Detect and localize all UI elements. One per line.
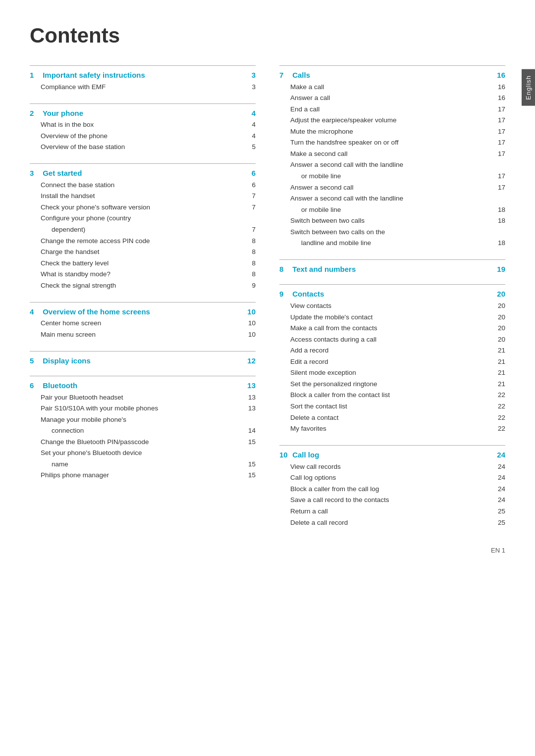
- toc-item: Return a call25: [279, 505, 505, 517]
- section-number-9: 9: [279, 290, 290, 298]
- toc-item: Overview of the phone4: [30, 130, 256, 142]
- toc-section-8: 8 Text and numbers19: [279, 259, 505, 273]
- toc-item-page: 20: [493, 313, 505, 321]
- toc-item-text: Make a call from the contacts: [290, 323, 493, 333]
- section-header-10: 10 Call log24: [279, 445, 505, 459]
- toc-item: Update the mobile's contact20: [279, 311, 505, 323]
- toc-item-text: Configure your phone (country: [41, 213, 244, 223]
- toc-item: What is standby mode?8: [30, 269, 256, 280]
- toc-item-text: name: [52, 459, 244, 469]
- toc-item: End a call17: [279, 103, 505, 115]
- toc-item-text: Turn the handsfree speaker on or off: [290, 138, 493, 148]
- toc-item: Answer a second call17: [279, 182, 505, 193]
- toc-item-page: 17: [493, 128, 505, 135]
- toc-item-page: 8: [244, 259, 256, 267]
- toc-left-column: 1 Important safety instructions3Complian…: [30, 65, 256, 539]
- toc-item-page: 13: [244, 404, 256, 412]
- toc-item-page: 17: [493, 116, 505, 124]
- toc-item-page: 13: [244, 394, 256, 401]
- section-number-8: 8: [279, 265, 290, 273]
- toc-item: Edit a record21: [279, 356, 505, 367]
- toc-item-text: Switch between two calls: [290, 216, 493, 226]
- toc-item-page: 7: [244, 192, 256, 200]
- toc-item-text: View contacts: [290, 301, 493, 311]
- section-page-6: 13: [244, 381, 256, 390]
- section-header-3: 3 Get started6: [30, 163, 256, 177]
- toc-item-text: Check your phone's software version: [41, 202, 244, 212]
- toc-item-page: 17: [493, 172, 505, 180]
- toc-item-text: Call log options: [290, 473, 493, 483]
- side-tab: English: [522, 69, 535, 106]
- toc-section-3: 3 Get started6Connect the base station6I…: [30, 163, 256, 291]
- toc-item-text: What is in the box: [41, 120, 244, 130]
- toc-item-text: Main menu screen: [41, 330, 244, 340]
- toc-item-text: End a call: [290, 104, 493, 114]
- section-page-9: 20: [493, 290, 505, 298]
- section-header-6: 6 Bluetooth13: [30, 376, 256, 390]
- toc-item-text: landline and mobile line: [301, 238, 493, 248]
- toc-item-page: 6: [244, 181, 256, 189]
- toc-item-page: 3: [244, 83, 256, 91]
- toc-item: Check your phone's software version7: [30, 202, 256, 213]
- toc-item-text: Set your phone's Bluetooth device: [41, 448, 244, 458]
- toc-item: Access contacts during a call20: [279, 334, 505, 345]
- toc-item: Install the handset7: [30, 191, 256, 202]
- toc-section-1: 1 Important safety instructions3Complian…: [30, 65, 256, 93]
- toc-item: or mobile line18: [279, 204, 505, 215]
- toc-item: View contacts20: [279, 300, 505, 311]
- toc-item-text: Compliance with EMF: [41, 82, 244, 92]
- toc-item: Manage your mobile phone's: [30, 414, 256, 425]
- section-header-5: 5 Display icons12: [30, 351, 256, 365]
- toc-layout: 1 Important safety instructions3Complian…: [30, 65, 505, 539]
- section-title-2: Your phone: [41, 109, 244, 117]
- toc-item-page: 10: [244, 319, 256, 327]
- section-title-7: Calls: [290, 71, 493, 79]
- toc-item: Pair your Bluetooth headset13: [30, 392, 256, 403]
- toc-item: Charge the handset8: [30, 247, 256, 258]
- toc-section-9: 9 Contacts20View contacts20Update the mo…: [279, 284, 505, 434]
- section-title-4: Overview of the home screens: [41, 307, 244, 316]
- toc-item-text: Update the mobile's contact: [290, 312, 493, 322]
- toc-item: Make a call from the contacts20: [279, 323, 505, 334]
- page-title: Contents: [30, 24, 505, 48]
- toc-item-text: Add a record: [290, 346, 493, 355]
- toc-item-text: Adjust the earpiece/speaker volume: [290, 115, 493, 125]
- toc-item-text: What is standby mode?: [41, 269, 244, 279]
- section-title-1: Important safety instructions: [41, 71, 244, 79]
- toc-item: name15: [30, 458, 256, 470]
- section-title-10: Call log: [290, 451, 493, 459]
- toc-right-column: 7 Calls16Make a call16Answer a call16End…: [279, 65, 505, 539]
- toc-item-page: 15: [244, 438, 256, 446]
- toc-item-page: 25: [493, 519, 505, 526]
- toc-item: My favorites22: [279, 423, 505, 435]
- toc-item-text: Access contacts during a call: [290, 335, 493, 345]
- toc-item: Answer a second call with the landline: [279, 193, 505, 204]
- section-page-5: 12: [244, 356, 256, 365]
- section-page-2: 4: [244, 109, 256, 117]
- toc-item-page: 21: [493, 347, 505, 354]
- toc-item-page: 18: [493, 217, 505, 224]
- footer: EN 1: [491, 547, 505, 554]
- toc-item: Change the Bluetooth PIN/passcode15: [30, 436, 256, 448]
- toc-item: Adjust the earpiece/speaker volume17: [279, 115, 505, 126]
- section-number-5: 5: [30, 356, 41, 365]
- section-title-6: Bluetooth: [41, 381, 244, 390]
- toc-item-text: Make a second call: [290, 149, 493, 159]
- toc-item-text: dependent): [52, 225, 244, 235]
- toc-item-text: Change the Bluetooth PIN/passcode: [41, 437, 244, 447]
- toc-item: Set the personalized ringtone21: [279, 378, 505, 390]
- toc-item: View call records24: [279, 461, 505, 472]
- toc-section-2: 2 Your phone4What is in the box4Overview…: [30, 103, 256, 153]
- toc-item-text: Manage your mobile phone's: [41, 415, 244, 425]
- toc-item: or mobile line17: [279, 171, 505, 182]
- toc-item-page: 21: [493, 369, 505, 376]
- toc-item-page: 22: [493, 403, 505, 410]
- toc-item: Configure your phone (country: [30, 213, 256, 224]
- toc-item-text: connection: [52, 426, 244, 436]
- toc-section-7: 7 Calls16Make a call16Answer a call16End…: [279, 65, 505, 249]
- toc-item-page: 22: [493, 414, 505, 421]
- toc-item-page: 20: [493, 336, 505, 343]
- toc-item-page: 18: [493, 239, 505, 247]
- toc-item-text: Switch between two calls on the: [290, 227, 493, 237]
- section-header-9: 9 Contacts20: [279, 284, 505, 298]
